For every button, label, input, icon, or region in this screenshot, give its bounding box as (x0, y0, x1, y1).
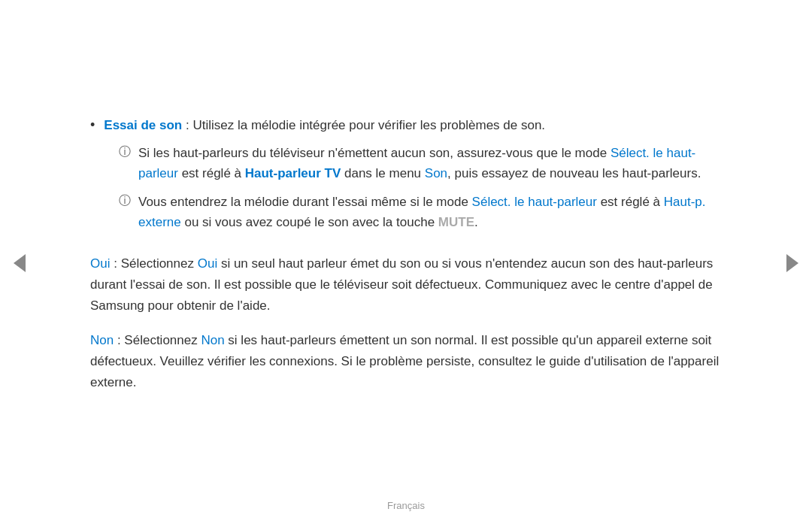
note1-mid: est réglé à (178, 166, 245, 180)
nav-right-button[interactable] (786, 254, 798, 277)
essai-section: • Essai de son : Utilisez la mélodie int… (90, 116, 722, 240)
note1-icon: ⓘ (119, 144, 131, 160)
note1-son: Son (425, 166, 447, 180)
oui-paragraph: Oui : Sélectionnez Oui si un seul haut p… (90, 253, 722, 316)
essai-desc: Utilisez la mélodie intégrée pour vérifi… (192, 118, 545, 132)
non-sep: : Sélectionnez (114, 333, 201, 347)
oui-sep: : Sélectionnez (110, 256, 197, 271)
oui-label2: Oui (198, 256, 217, 271)
bullet-essai-text: Essai de son : Utilisez la mélodie intég… (104, 116, 545, 135)
main-content: • Essai de son : Utilisez la mélodie int… (83, 23, 729, 500)
footer: Français (387, 500, 425, 515)
note1-haut: Haut-parleur TV (245, 166, 341, 180)
note2-end: . (474, 215, 478, 229)
non-paragraph: Non : Sélectionnez Non si les haut-parle… (90, 330, 722, 393)
note2-mid2: ou si vous avez coupé le son avec la tou… (181, 215, 438, 229)
footer-label: Français (387, 500, 425, 511)
note2-text: Vous entendrez la mélodie durant l'essai… (138, 192, 722, 232)
bullet-essai-item: • Essai de son : Utilisez la mélodie int… (90, 116, 722, 135)
note1-text: Si les haut-parleurs du téléviseur n'éme… (138, 143, 722, 183)
essai-separator: : (182, 118, 192, 132)
note1-mid2: dans le menu (341, 166, 425, 180)
oui-label: Oui (90, 256, 110, 271)
nav-left-button[interactable] (14, 254, 26, 277)
note2-mute: MUTE (438, 215, 474, 229)
note1-end: , puis essayez de nouveau les haut-parle… (447, 166, 701, 180)
note2-icon: ⓘ (119, 193, 131, 209)
note1-item: ⓘ Si les haut-parleurs du téléviseur n'é… (119, 143, 722, 183)
note2-before: Vous entendrez la mélodie durant l'essai… (138, 195, 472, 209)
note2-select: Sélect. le haut-parleur (472, 195, 597, 209)
non-label: Non (90, 333, 114, 347)
essai-label: Essai de son (104, 118, 182, 132)
non-label2: Non (201, 333, 224, 347)
bullet-dot: • (90, 117, 95, 133)
note1-before: Si les haut-parleurs du téléviseur n'éme… (138, 146, 611, 160)
note2-item: ⓘ Vous entendrez la mélodie durant l'ess… (119, 192, 722, 232)
note2-mid: est réglé à (597, 195, 664, 209)
